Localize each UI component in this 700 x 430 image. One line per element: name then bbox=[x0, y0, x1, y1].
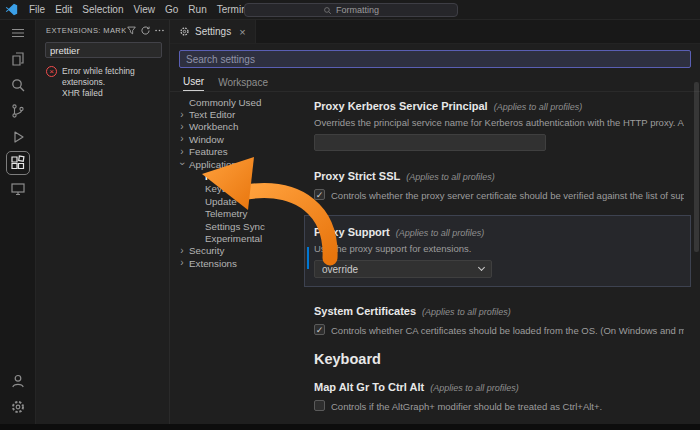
toc-item-commonly-used[interactable]: Commonly Used bbox=[170, 96, 298, 108]
error-line1: Error while fetching extensions. bbox=[62, 66, 163, 88]
setting-scope: (Applies to all profiles) bbox=[494, 102, 583, 112]
chevron-right-icon: › bbox=[178, 148, 186, 156]
toc-item-settings-sync[interactable]: Settings Sync bbox=[170, 220, 298, 232]
chevron-right-icon: › bbox=[178, 247, 186, 255]
extensions-error: Error while fetching extensions. XHR fai… bbox=[37, 58, 169, 99]
toc-label: Settings Sync bbox=[205, 221, 265, 232]
toc-label: Window bbox=[189, 134, 224, 145]
toc-item-workbench[interactable]: ›Workbench bbox=[170, 121, 298, 133]
activity-bar-top bbox=[0, 20, 35, 202]
dropdown-value: override bbox=[322, 264, 358, 275]
toc-label: Commonly Used bbox=[189, 97, 261, 108]
setting-description: Use the proxy support for extensions. bbox=[314, 243, 681, 254]
setting-checkbox[interactable]: ✓ bbox=[314, 189, 325, 200]
toc-item-keyboard[interactable]: Keyboard bbox=[170, 183, 298, 195]
accounts-icon bbox=[10, 373, 26, 389]
filter-icon[interactable] bbox=[126, 25, 137, 36]
refresh-icon[interactable] bbox=[140, 25, 151, 36]
menu-selection[interactable]: Selection bbox=[77, 4, 128, 15]
chevron-down-icon bbox=[478, 264, 485, 271]
toc-label: Workbench bbox=[189, 121, 238, 132]
menu-view[interactable]: View bbox=[129, 4, 161, 15]
setting-proxy-kerberos-service-principal: Proxy Kerberos Service Principal(Applies… bbox=[314, 96, 684, 151]
setting-title-line: System Certificates(Applies to all profi… bbox=[314, 301, 684, 319]
toc-item-telemetry[interactable]: Telemetry bbox=[170, 208, 298, 220]
scrollbar[interactable] bbox=[694, 82, 699, 252]
setting-title: Proxy Strict SSL bbox=[314, 170, 400, 182]
toc-label: Keyboard bbox=[205, 183, 247, 194]
setting-desc-line: ✓Controls whether CA certificates should… bbox=[314, 324, 684, 336]
setting-title-line: Proxy Strict SSL(Applies to all profiles… bbox=[314, 166, 684, 184]
error-icon bbox=[46, 66, 57, 77]
toc-item-window[interactable]: ›Window bbox=[170, 133, 298, 145]
activity-menu[interactable] bbox=[0, 20, 36, 46]
extensions-sidebar: EXTENSIONS: MARKE... Error while fetchin… bbox=[37, 20, 170, 424]
activity-source-control[interactable] bbox=[0, 98, 36, 124]
setting-proxy-support: Proxy Support(Applies to all profiles)Us… bbox=[305, 216, 690, 286]
activity-extensions[interactable] bbox=[0, 150, 36, 176]
setting-title: Proxy Kerberos Service Principal bbox=[314, 100, 488, 112]
chevron-right-icon: › bbox=[178, 259, 186, 267]
title-bar: FileEditSelectionViewGoRunTerminalHelp F… bbox=[0, 0, 700, 20]
setting-dropdown[interactable]: override bbox=[314, 260, 492, 278]
menu-file[interactable]: File bbox=[24, 4, 50, 15]
section-heading-keyboard: Keyboard bbox=[314, 351, 684, 367]
setting-description: Controls whether CA certificates should … bbox=[331, 325, 684, 336]
setting-title: Map Alt Gr To Ctrl Alt bbox=[314, 381, 424, 393]
settings-list: Proxy Kerberos Service Principal(Applies… bbox=[298, 92, 700, 424]
setting-checkbox[interactable]: ✓ bbox=[314, 324, 325, 335]
close-icon[interactable] bbox=[239, 26, 245, 38]
scope-tab-workspace[interactable]: Workspace bbox=[218, 77, 268, 91]
remote-explorer-icon bbox=[10, 181, 26, 197]
setting-title-line: Proxy Support(Applies to all profiles) bbox=[314, 222, 681, 240]
chevron-right-icon: › bbox=[178, 135, 186, 143]
scope-tab-user[interactable]: User bbox=[183, 76, 204, 91]
toc-label: Text Editor bbox=[189, 109, 235, 120]
command-center-text: Formatting bbox=[336, 5, 379, 15]
setting-description: Controls if the AltGraph+ modifier shoul… bbox=[331, 401, 684, 412]
menu-go[interactable]: Go bbox=[160, 4, 183, 15]
tab-label: Settings bbox=[195, 26, 231, 37]
toc-label: Extensions bbox=[189, 258, 237, 269]
toc-item-application[interactable]: ›Application bbox=[170, 158, 298, 170]
activity-search[interactable] bbox=[0, 72, 36, 98]
command-center-search[interactable]: Formatting bbox=[244, 3, 458, 17]
toc-item-update[interactable]: Update bbox=[170, 195, 298, 207]
toc-label: Features bbox=[189, 146, 228, 157]
editor-area: Settings UserWorkspace Commonly Used›Tex… bbox=[170, 20, 700, 424]
setting-title: System Certificates bbox=[314, 305, 416, 317]
more-icon[interactable] bbox=[154, 25, 165, 36]
menu-run[interactable]: Run bbox=[183, 4, 211, 15]
activity-remote-explorer[interactable] bbox=[0, 176, 36, 202]
sidebar-header: EXTENSIONS: MARKE... bbox=[37, 20, 169, 41]
run-debug-icon bbox=[10, 129, 26, 145]
search-icon bbox=[323, 6, 332, 15]
tab-settings[interactable]: Settings bbox=[170, 20, 256, 43]
explorer-icon bbox=[10, 51, 26, 67]
setting-desc-line: Controls if the AltGraph+ modifier shoul… bbox=[314, 400, 684, 412]
activity-manage[interactable] bbox=[0, 394, 36, 420]
settings-search-input[interactable] bbox=[179, 50, 691, 68]
activity-accounts[interactable] bbox=[0, 368, 36, 394]
setting-checkbox[interactable] bbox=[314, 400, 325, 411]
setting-title: Proxy Support bbox=[314, 226, 390, 238]
toc-item-experimental[interactable]: Experimental bbox=[170, 232, 298, 244]
toc-item-features[interactable]: ›Features bbox=[170, 146, 298, 158]
toc-item-proxy[interactable]: Proxy bbox=[170, 170, 298, 182]
activity-explorer[interactable] bbox=[0, 46, 36, 72]
settings-gear-icon bbox=[10, 399, 26, 415]
toc-item-text-editor[interactable]: ›Text Editor bbox=[170, 108, 298, 120]
setting-text-input[interactable] bbox=[314, 134, 546, 151]
chevron-right-icon: › bbox=[178, 123, 186, 131]
scope-tabs: UserWorkspace bbox=[170, 72, 700, 92]
error-text: Error while fetching extensions. XHR fai… bbox=[62, 66, 163, 99]
setting-description: Controls whether the proxy server certif… bbox=[331, 190, 684, 201]
toc-label: Telemetry bbox=[205, 208, 247, 219]
extensions-search-input[interactable] bbox=[45, 42, 162, 58]
setting-title-line: Map Alt Gr To Ctrl Alt(Applies to all pr… bbox=[314, 377, 684, 395]
activity-run-and-debug[interactable] bbox=[0, 124, 36, 150]
toc-label: Update bbox=[205, 196, 237, 207]
menu-edit[interactable]: Edit bbox=[50, 4, 77, 15]
toc-item-extensions[interactable]: ›Extensions bbox=[170, 257, 298, 269]
toc-item-security[interactable]: ›Security bbox=[170, 245, 298, 257]
